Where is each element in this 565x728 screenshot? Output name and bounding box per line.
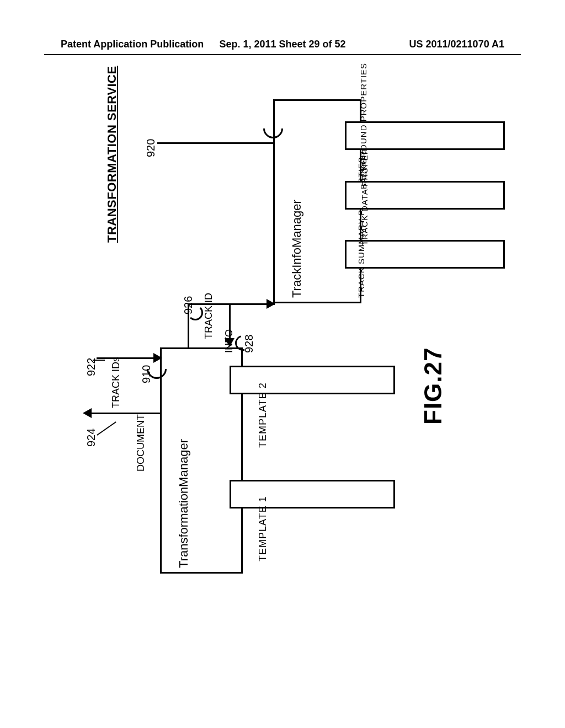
service-title: TRANSFORMATION SERVICE <box>105 66 119 243</box>
document-label: DOCUMENT <box>135 414 147 472</box>
background-prop-box <box>345 121 505 150</box>
track-ids-arrow-line <box>97 357 160 359</box>
header-rule <box>44 54 521 55</box>
document-arrow-head <box>83 408 92 418</box>
template-2-box <box>230 366 395 394</box>
figure-label: FIG.27 <box>419 347 447 425</box>
background-prop-label: BACKGROUND PROPERTIES <box>359 63 368 189</box>
document-arrow-line <box>88 413 160 414</box>
track-info-manager-title: TrackInfoManager <box>290 200 304 298</box>
info-label: INFO <box>223 329 235 353</box>
header-center: Sep. 1, 2011 Sheet 29 of 52 <box>219 39 345 50</box>
template-1-box <box>230 480 395 508</box>
template-1-label: TEMPLATE 1 <box>257 496 269 561</box>
track-ids-label: TRACK IDs <box>110 357 122 408</box>
header-left: Patent Application Publication <box>61 39 204 50</box>
transformation-manager-title: TransformationManager <box>177 439 191 568</box>
header-right: US 2011/0211070 A1 <box>409 39 504 50</box>
ref-924-tick <box>97 421 116 436</box>
ref-922-tick <box>93 360 105 361</box>
ref-926-hook <box>188 305 203 320</box>
ref-920: 920 <box>145 139 157 157</box>
template-2-label: TEMPLATE 2 <box>257 382 269 448</box>
ref-920-line <box>157 142 273 144</box>
track-id-label: TRACK ID <box>203 293 215 339</box>
ref-924: 924 <box>85 429 98 447</box>
track-ids-arrow-head <box>153 353 162 363</box>
info-arrow-horz <box>229 303 275 305</box>
page-header: Patent Application Publication Sep. 1, 2… <box>0 39 565 50</box>
